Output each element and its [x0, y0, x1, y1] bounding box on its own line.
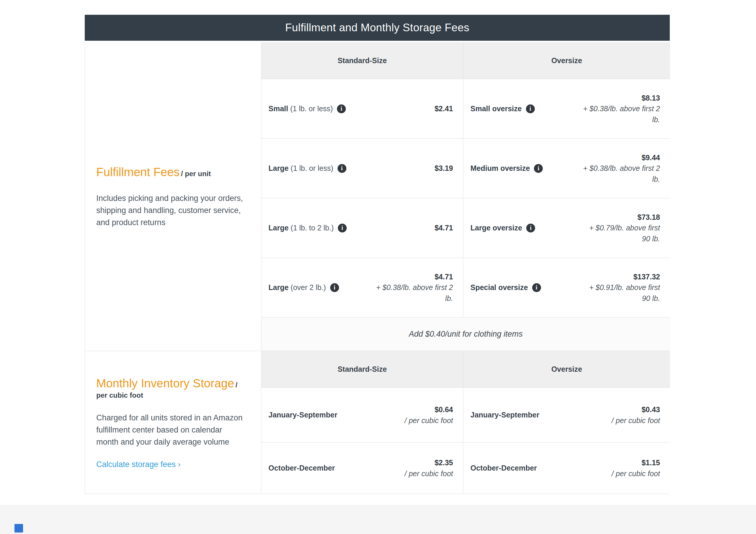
fulfillment-heading: Fulfillment Fees / per unit [96, 164, 244, 180]
fulfillment-intro-cell: Fulfillment Fees / per unit Includes pic… [85, 42, 261, 351]
price: $4.71 [434, 271, 453, 282]
info-icon[interactable]: i [534, 164, 543, 173]
price: $9.44 [641, 152, 660, 163]
storage-intro-cell: Monthly Inventory Storage / per cubic fo… [85, 351, 261, 494]
price: $4.71 [434, 222, 453, 233]
size-label: Large (over 2 lb.) i [268, 283, 339, 292]
size-label: Small oversize i [471, 104, 535, 113]
fulfillment-row-oversize: Small oversize i $8.13 + $0.38/lb. above… [463, 79, 670, 139]
price-note: + $0.38/lb. above first 2 lb. [583, 103, 660, 125]
price: $8.13 [641, 93, 660, 103]
price-block: $9.44 + $0.38/lb. above first 2 lb. [583, 152, 660, 184]
fulfillment-row-oversize: Medium oversize i $9.44 + $0.38/lb. abov… [463, 139, 670, 198]
price-block: $0.43 / per cubic foot [611, 404, 660, 426]
size-name: Large oversize [471, 224, 522, 232]
fulfillment-row-standard: Large (1 lb. or less) i $3.19 [261, 139, 463, 198]
storage-description: Charged for all units stored in an Amazo… [96, 412, 244, 448]
period-label: October-December [471, 464, 537, 472]
price-block: $4.71 + $0.38/lb. above first 2 lb. [376, 271, 453, 304]
column-header-standard: Standard-Size [261, 351, 463, 387]
page-footer-band [0, 505, 756, 534]
size-detail: (1 lb. to 2 lb.) [291, 224, 334, 232]
price-block: $3.19 [434, 163, 453, 173]
size-name: Large [268, 224, 288, 232]
price: $73.18 [637, 212, 660, 222]
blue-widget-button[interactable] [14, 524, 23, 533]
price: $2.35 [434, 457, 453, 468]
storage-row-oversize: October-December $1.15 / per cubic foot [463, 442, 670, 494]
storage-heading-text: Monthly Inventory Storage [96, 377, 234, 390]
storage-row-standard: January-September $0.64 / per cubic foot [261, 387, 463, 442]
storage-row-oversize: January-September $0.43 / per cubic foot [463, 387, 670, 442]
size-detail: (1 lb. or less) [291, 164, 333, 173]
price-note: + $0.38/lb. above first 2 lb. [376, 282, 453, 304]
fulfillment-row-standard: Large (over 2 lb.) i $4.71 + $0.38/lb. a… [261, 258, 463, 317]
price-block: $4.71 [434, 222, 453, 233]
price: $3.19 [434, 163, 453, 173]
column-header-oversize: Oversize [463, 42, 670, 79]
column-header-oversize: Oversize [463, 351, 670, 387]
price: $2.41 [434, 103, 453, 114]
price-unit: / per cubic foot [405, 468, 453, 479]
info-icon[interactable]: i [526, 104, 535, 113]
fulfillment-heading-unit: / per unit [181, 170, 211, 178]
size-name: Large [268, 283, 288, 292]
price-note: + $0.91/lb. above first 90 lb. [589, 282, 660, 304]
fulfillment-heading-text: Fulfillment Fees [96, 165, 179, 178]
info-icon[interactable]: i [338, 164, 346, 173]
column-header-standard: Standard-Size [261, 42, 463, 79]
fulfillment-description: Includes picking and packing your orders… [96, 192, 244, 229]
size-name: Special oversize [471, 283, 528, 292]
size-name: Small [268, 104, 288, 113]
size-detail: (over 2 lb.) [291, 283, 326, 292]
size-label: Medium oversize i [471, 164, 543, 173]
info-icon[interactable]: i [532, 283, 541, 292]
size-name: Medium oversize [471, 164, 530, 173]
fulfillment-row-standard: Large (1 lb. to 2 lb.) i $4.71 [261, 198, 463, 258]
table-title: Fulfillment and Monthly Storage Fees [85, 15, 670, 42]
size-label: Large (1 lb. to 2 lb.) i [268, 224, 347, 233]
price-note: + $0.79/lb. above first 90 lb. [589, 222, 660, 244]
price: $137.32 [634, 271, 660, 282]
size-name: Small oversize [471, 104, 522, 113]
price-note: + $0.38/lb. above first 2 lb. [583, 163, 660, 184]
clothing-note-row: Add $0.40/unit for clothing items [261, 317, 670, 351]
price: $0.64 [434, 404, 453, 415]
fees-grid: Fulfillment Fees / per unit Includes pic… [85, 42, 670, 494]
fulfillment-row-oversize: Large oversize i $73.18 + $0.79/lb. abov… [463, 198, 670, 258]
price-block: $0.64 / per cubic foot [405, 404, 453, 426]
price: $0.43 [641, 404, 660, 415]
size-detail: (1 lb. or less) [290, 104, 333, 113]
info-icon[interactable]: i [330, 283, 339, 292]
price-unit: / per cubic foot [611, 468, 660, 479]
fees-table: Fulfillment and Monthly Storage Fees Ful… [85, 15, 670, 494]
period-label: January-September [268, 411, 337, 419]
storage-heading: Monthly Inventory Storage / per cubic fo… [96, 375, 244, 399]
price-block: $2.35 / per cubic foot [405, 457, 453, 479]
fulfillment-row-standard: Small (1 lb. or less) i $2.41 [261, 79, 463, 139]
size-label: Small (1 lb. or less) i [268, 104, 346, 113]
info-icon[interactable]: i [526, 224, 535, 233]
calculate-storage-fees-link[interactable]: Calculate storage fees › [96, 460, 244, 469]
price-block: $1.15 / per cubic foot [611, 457, 660, 479]
fulfillment-row-oversize: Special oversize i $137.32 + $0.91/lb. a… [463, 258, 670, 317]
price-block: $73.18 + $0.79/lb. above first 90 lb. [589, 212, 660, 244]
info-icon[interactable]: i [337, 104, 346, 113]
size-label: Large (1 lb. or less) i [268, 164, 346, 173]
size-name: Large [268, 164, 288, 173]
price-block: $137.32 + $0.91/lb. above first 90 lb. [589, 271, 660, 304]
price: $1.15 [641, 457, 660, 468]
price-block: $8.13 + $0.38/lb. above first 2 lb. [583, 93, 660, 125]
price-unit: / per cubic foot [611, 415, 660, 426]
price-unit: / per cubic foot [405, 415, 453, 426]
period-label: January-September [471, 411, 539, 419]
size-label: Special oversize i [471, 283, 541, 292]
price-block: $2.41 [434, 103, 453, 114]
period-label: October-December [268, 464, 335, 472]
storage-row-standard: October-December $2.35 / per cubic foot [261, 442, 463, 494]
info-icon[interactable]: i [338, 224, 347, 233]
size-label: Large oversize i [471, 224, 535, 233]
